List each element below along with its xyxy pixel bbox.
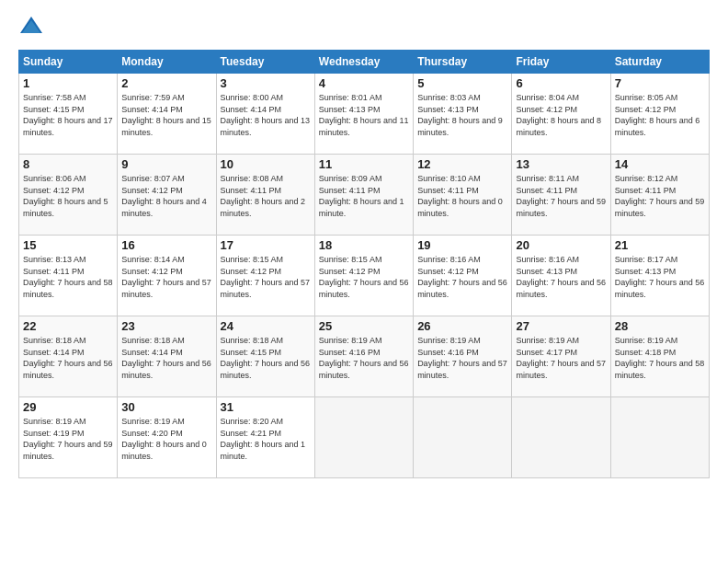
calendar-cell bbox=[512, 397, 610, 478]
cell-text: Sunrise: 8:11 AMSunset: 4:11 PMDaylight:… bbox=[516, 173, 606, 219]
logo-icon bbox=[18, 15, 44, 40]
cell-text: Sunrise: 8:10 AMSunset: 4:11 PMDaylight:… bbox=[417, 173, 507, 219]
calendar-cell: 2Sunrise: 7:59 AMSunset: 4:14 PMDaylight… bbox=[118, 74, 216, 155]
cell-text: Sunrise: 8:13 AMSunset: 4:11 PMDaylight:… bbox=[23, 254, 113, 300]
header bbox=[18, 15, 710, 40]
day-number: 29 bbox=[23, 400, 113, 414]
cell-text: Sunrise: 8:19 AMSunset: 4:16 PMDaylight:… bbox=[319, 335, 409, 381]
day-number: 9 bbox=[121, 157, 211, 171]
day-number: 3 bbox=[221, 76, 311, 90]
cell-text: Sunrise: 8:14 AMSunset: 4:12 PMDaylight:… bbox=[121, 254, 211, 300]
cell-text: Sunrise: 8:03 AMSunset: 4:13 PMDaylight:… bbox=[417, 92, 507, 138]
calendar-cell: 18Sunrise: 8:15 AMSunset: 4:12 PMDayligh… bbox=[314, 236, 413, 316]
day-number: 26 bbox=[417, 319, 507, 333]
cell-text: Sunrise: 8:20 AMSunset: 4:21 PMDaylight:… bbox=[221, 416, 311, 462]
day-number: 22 bbox=[23, 319, 113, 333]
cell-text: Sunrise: 7:59 AMSunset: 4:14 PMDaylight:… bbox=[121, 92, 211, 138]
cell-text: Sunrise: 8:07 AMSunset: 4:12 PMDaylight:… bbox=[121, 173, 211, 219]
cell-text: Sunrise: 8:01 AMSunset: 4:13 PMDaylight:… bbox=[319, 92, 409, 138]
day-number: 12 bbox=[417, 157, 507, 171]
calendar-cell: 16Sunrise: 8:14 AMSunset: 4:12 PMDayligh… bbox=[118, 236, 216, 316]
day-number: 2 bbox=[121, 76, 211, 90]
day-number: 7 bbox=[615, 76, 705, 90]
cell-text: Sunrise: 8:19 AMSunset: 4:19 PMDaylight:… bbox=[23, 416, 113, 462]
day-number: 27 bbox=[516, 319, 606, 333]
calendar-week-row: 29Sunrise: 8:19 AMSunset: 4:19 PMDayligh… bbox=[19, 397, 710, 478]
day-number: 24 bbox=[221, 319, 311, 333]
day-number: 17 bbox=[221, 238, 311, 252]
calendar-cell: 9Sunrise: 8:07 AMSunset: 4:12 PMDaylight… bbox=[118, 155, 216, 236]
calendar-cell: 24Sunrise: 8:18 AMSunset: 4:15 PMDayligh… bbox=[216, 316, 314, 397]
cell-text: Sunrise: 8:19 AMSunset: 4:16 PMDaylight:… bbox=[417, 335, 507, 381]
calendar-header-friday: Friday bbox=[512, 51, 610, 74]
calendar-cell: 8Sunrise: 8:06 AMSunset: 4:12 PMDaylight… bbox=[19, 155, 118, 236]
day-number: 6 bbox=[516, 76, 606, 90]
calendar-week-row: 8Sunrise: 8:06 AMSunset: 4:12 PMDaylight… bbox=[19, 155, 710, 236]
day-number: 18 bbox=[319, 238, 409, 252]
calendar-cell: 25Sunrise: 8:19 AMSunset: 4:16 PMDayligh… bbox=[314, 316, 413, 397]
day-number: 13 bbox=[516, 157, 606, 171]
cell-text: Sunrise: 7:58 AMSunset: 4:15 PMDaylight:… bbox=[23, 92, 113, 138]
day-number: 10 bbox=[221, 157, 311, 171]
cell-text: Sunrise: 8:09 AMSunset: 4:11 PMDaylight:… bbox=[319, 173, 409, 219]
calendar-cell: 30Sunrise: 8:19 AMSunset: 4:20 PMDayligh… bbox=[118, 397, 216, 478]
cell-text: Sunrise: 8:08 AMSunset: 4:11 PMDaylight:… bbox=[221, 173, 311, 219]
day-number: 5 bbox=[417, 76, 507, 90]
calendar-cell: 3Sunrise: 8:00 AMSunset: 4:14 PMDaylight… bbox=[216, 74, 314, 155]
cell-text: Sunrise: 8:16 AMSunset: 4:12 PMDaylight:… bbox=[417, 254, 507, 300]
calendar-cell: 29Sunrise: 8:19 AMSunset: 4:19 PMDayligh… bbox=[19, 397, 118, 478]
page: SundayMondayTuesdayWednesdayThursdayFrid… bbox=[0, 0, 728, 563]
cell-text: Sunrise: 8:05 AMSunset: 4:12 PMDaylight:… bbox=[615, 92, 705, 138]
cell-text: Sunrise: 8:16 AMSunset: 4:13 PMDaylight:… bbox=[516, 254, 606, 300]
day-number: 20 bbox=[516, 238, 606, 252]
calendar-cell: 12Sunrise: 8:10 AMSunset: 4:11 PMDayligh… bbox=[414, 155, 512, 236]
cell-text: Sunrise: 8:18 AMSunset: 4:15 PMDaylight:… bbox=[221, 335, 311, 381]
cell-text: Sunrise: 8:19 AMSunset: 4:17 PMDaylight:… bbox=[516, 335, 606, 381]
day-number: 21 bbox=[615, 238, 705, 252]
calendar-cell: 1Sunrise: 7:58 AMSunset: 4:15 PMDaylight… bbox=[19, 74, 118, 155]
day-number: 16 bbox=[121, 238, 211, 252]
calendar-cell: 15Sunrise: 8:13 AMSunset: 4:11 PMDayligh… bbox=[19, 236, 118, 316]
cell-text: Sunrise: 8:15 AMSunset: 4:12 PMDaylight:… bbox=[221, 254, 311, 300]
calendar-cell bbox=[314, 397, 413, 478]
calendar-cell: 28Sunrise: 8:19 AMSunset: 4:18 PMDayligh… bbox=[610, 316, 709, 397]
calendar-cell: 20Sunrise: 8:16 AMSunset: 4:13 PMDayligh… bbox=[512, 236, 610, 316]
calendar-cell: 19Sunrise: 8:16 AMSunset: 4:12 PMDayligh… bbox=[414, 236, 512, 316]
calendar-cell bbox=[610, 397, 709, 478]
calendar-cell: 6Sunrise: 8:04 AMSunset: 4:12 PMDaylight… bbox=[512, 74, 610, 155]
calendar-cell bbox=[414, 397, 512, 478]
calendar-header-wednesday: Wednesday bbox=[314, 51, 413, 74]
cell-text: Sunrise: 8:00 AMSunset: 4:14 PMDaylight:… bbox=[221, 92, 311, 138]
cell-text: Sunrise: 8:15 AMSunset: 4:12 PMDaylight:… bbox=[319, 254, 409, 300]
day-number: 14 bbox=[615, 157, 705, 171]
calendar-week-row: 15Sunrise: 8:13 AMSunset: 4:11 PMDayligh… bbox=[19, 236, 710, 316]
day-number: 15 bbox=[23, 238, 113, 252]
cell-text: Sunrise: 8:19 AMSunset: 4:18 PMDaylight:… bbox=[615, 335, 705, 381]
day-number: 1 bbox=[23, 76, 113, 90]
calendar-cell: 7Sunrise: 8:05 AMSunset: 4:12 PMDaylight… bbox=[610, 74, 709, 155]
calendar-cell: 26Sunrise: 8:19 AMSunset: 4:16 PMDayligh… bbox=[414, 316, 512, 397]
calendar-header-saturday: Saturday bbox=[610, 51, 709, 74]
day-number: 28 bbox=[615, 319, 705, 333]
day-number: 25 bbox=[319, 319, 409, 333]
cell-text: Sunrise: 8:18 AMSunset: 4:14 PMDaylight:… bbox=[121, 335, 211, 381]
logo bbox=[18, 15, 48, 40]
calendar-cell: 13Sunrise: 8:11 AMSunset: 4:11 PMDayligh… bbox=[512, 155, 610, 236]
calendar-cell: 5Sunrise: 8:03 AMSunset: 4:13 PMDaylight… bbox=[414, 74, 512, 155]
calendar-header-thursday: Thursday bbox=[414, 51, 512, 74]
calendar-week-row: 1Sunrise: 7:58 AMSunset: 4:15 PMDaylight… bbox=[19, 74, 710, 155]
day-number: 31 bbox=[221, 400, 311, 414]
calendar-header-sunday: Sunday bbox=[19, 51, 118, 74]
calendar-cell: 11Sunrise: 8:09 AMSunset: 4:11 PMDayligh… bbox=[314, 155, 413, 236]
calendar-header-row: SundayMondayTuesdayWednesdayThursdayFrid… bbox=[19, 51, 710, 74]
day-number: 4 bbox=[319, 76, 409, 90]
calendar-header-monday: Monday bbox=[118, 51, 216, 74]
calendar-cell: 21Sunrise: 8:17 AMSunset: 4:13 PMDayligh… bbox=[610, 236, 709, 316]
cell-text: Sunrise: 8:17 AMSunset: 4:13 PMDaylight:… bbox=[615, 254, 705, 300]
calendar-header-tuesday: Tuesday bbox=[216, 51, 314, 74]
day-number: 30 bbox=[121, 400, 211, 414]
cell-text: Sunrise: 8:06 AMSunset: 4:12 PMDaylight:… bbox=[23, 173, 113, 219]
day-number: 8 bbox=[23, 157, 113, 171]
calendar-cell: 10Sunrise: 8:08 AMSunset: 4:11 PMDayligh… bbox=[216, 155, 314, 236]
calendar-cell: 22Sunrise: 8:18 AMSunset: 4:14 PMDayligh… bbox=[19, 316, 118, 397]
